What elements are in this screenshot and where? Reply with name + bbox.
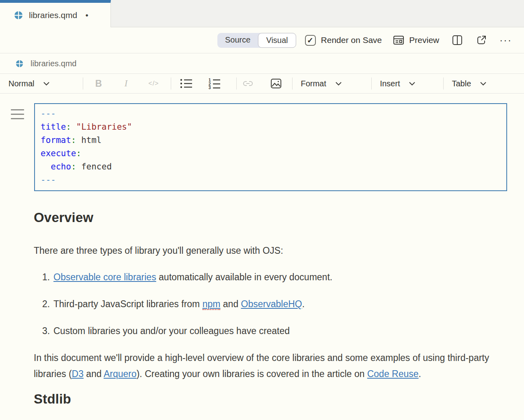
split-pane-icon[interactable] (452, 35, 463, 45)
list-item: 2. Third-party JavaScript libraries from… (34, 296, 494, 312)
list-item: 3. Custom libraries you and/or your coll… (34, 323, 494, 339)
source-mode-button[interactable]: Source (217, 33, 258, 48)
render-on-save-group[interactable]: ✓ Render on Save (305, 35, 382, 46)
code-reuse-link[interactable]: Code Reuse (367, 369, 419, 379)
arquero-link[interactable]: Arquero (104, 369, 137, 379)
tab-bar: libraries.qmd ● (0, 0, 524, 27)
list-item-text: Observable core libraries automatically … (53, 269, 494, 285)
d3-link[interactable]: D3 (72, 369, 84, 379)
inline-code-button[interactable]: </> (148, 80, 159, 87)
tab-title: libraries.qmd (29, 10, 77, 20)
visual-editor-canvas[interactable]: --- title: "Libraries" format: html exec… (0, 94, 524, 407)
list-number: 1. (42, 269, 53, 285)
observablehq-link[interactable]: ObservableHQ (241, 299, 302, 309)
toolbar-separator (236, 77, 237, 90)
preview-button[interactable]: Preview (393, 35, 439, 45)
table-menu[interactable]: Table (452, 79, 503, 88)
editor-toolbar: Source Visual ✓ Render on Save Preview (0, 27, 524, 53)
body-paragraph: In this document we'll provide a high-le… (34, 350, 494, 382)
yaml-open-delimiter: --- (41, 109, 56, 118)
preview-label: Preview (409, 35, 439, 45)
list-item-text: Third-party JavaScript libraries from np… (53, 296, 494, 312)
source-visual-toggle: Source Visual (217, 33, 296, 48)
list-item: 1. Observable core libraries automatical… (34, 269, 494, 285)
chevron-down-icon (335, 82, 342, 86)
paragraph-style-value: Normal (8, 79, 34, 88)
tab-strip-empty (111, 0, 524, 27)
list-number: 2. (42, 296, 53, 312)
chevron-down-icon (43, 82, 50, 86)
toolbar-separator (292, 77, 293, 90)
svg-text:3: 3 (209, 86, 211, 89)
block-drag-handle-icon[interactable] (11, 109, 24, 122)
format-menu-label: Format (301, 79, 326, 88)
toolbar-separator (371, 77, 372, 90)
paragraph-style-dropdown[interactable]: Normal (8, 79, 83, 88)
list-number: 3. (42, 323, 53, 339)
table-menu-label: Table (452, 79, 471, 88)
link-button[interactable] (242, 79, 254, 88)
observable-core-libraries-link[interactable]: Observable core libraries (53, 272, 156, 282)
render-on-save-label: Render on Save (321, 35, 382, 45)
yaml-code: --- title: "Libraries" format: html exec… (41, 107, 501, 187)
toolbar-separator (171, 77, 171, 90)
image-button[interactable] (270, 78, 282, 89)
open-in-new-window-icon[interactable] (476, 35, 487, 45)
insert-menu-label: Insert (380, 79, 400, 88)
bold-button[interactable]: B (95, 78, 102, 89)
toolbar-separator (443, 77, 444, 90)
bullet-list-button[interactable] (180, 78, 193, 89)
quarto-logo-icon (14, 10, 23, 20)
tab-libraries-qmd[interactable]: libraries.qmd ● (0, 0, 111, 27)
stdlib-heading: Stdlib (34, 391, 494, 407)
quarto-file-icon (15, 59, 24, 68)
intro-paragraph: There are three types of library you'll … (34, 243, 494, 259)
yaml-front-matter-block[interactable]: --- title: "Libraries" format: html exec… (34, 103, 507, 191)
numbered-list-button[interactable]: 123 (208, 78, 221, 89)
chevron-down-icon (409, 82, 416, 86)
library-types-list: 1. Observable core libraries automatical… (34, 269, 494, 339)
unsaved-changes-dot: ● (85, 12, 88, 18)
breadcrumb-filename[interactable]: libraries.qmd (31, 59, 76, 68)
overview-heading: Overview (34, 210, 494, 225)
italic-button[interactable]: I (125, 78, 128, 89)
chevron-down-icon (480, 82, 487, 86)
yaml-close-delimiter: --- (41, 175, 56, 185)
format-menu[interactable]: Format (301, 79, 361, 88)
render-on-save-checkbox[interactable]: ✓ (305, 35, 316, 46)
breadcrumb: libraries.qmd (0, 53, 524, 74)
format-toolbar: Normal B I </> 123 (0, 74, 524, 94)
preview-icon (393, 35, 404, 45)
more-options-button[interactable]: ··· (499, 38, 512, 42)
insert-menu[interactable]: Insert (380, 79, 433, 88)
toolbar-separator (83, 77, 83, 90)
npm-link[interactable]: npm (203, 299, 221, 310)
visual-mode-button[interactable]: Visual (258, 33, 296, 48)
list-item-text: Custom libraries you and/or your colleag… (53, 323, 494, 339)
